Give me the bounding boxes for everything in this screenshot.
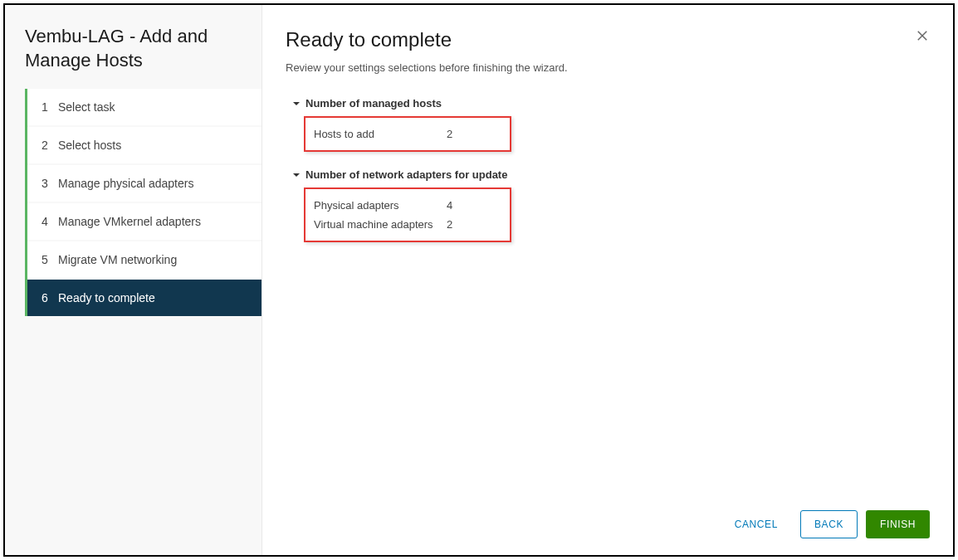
wizard-sidebar: Vembu-LAG - Add and Manage Hosts 1 Selec… bbox=[5, 5, 262, 555]
section-managed-hosts: Number of managed hosts Hosts to add 2 bbox=[292, 97, 930, 152]
summary-label: Physical adapters bbox=[314, 199, 447, 212]
back-button[interactable]: BACK bbox=[800, 510, 858, 538]
summary-label: Virtual machine adapters bbox=[314, 218, 447, 231]
step-select-task[interactable]: 1 Select task bbox=[25, 89, 261, 125]
summary-label: Hosts to add bbox=[314, 128, 447, 140]
step-number: 5 bbox=[42, 253, 58, 266]
step-label: Manage VMkernel adapters bbox=[58, 215, 201, 228]
finish-button[interactable]: FINISH bbox=[866, 510, 930, 538]
wizard-steps: 1 Select task 2 Select hosts 3 Manage ph… bbox=[25, 89, 261, 316]
highlight-adapters: Physical adapters 4 Virtual machine adap… bbox=[304, 187, 511, 242]
wizard-dialog: Vembu-LAG - Add and Manage Hosts 1 Selec… bbox=[3, 3, 955, 557]
step-number: 4 bbox=[42, 215, 58, 228]
summary-value: 2 bbox=[447, 128, 452, 140]
step-number: 2 bbox=[42, 139, 58, 152]
highlight-hosts: Hosts to add 2 bbox=[304, 116, 511, 152]
section-header[interactable]: Number of network adapters for update bbox=[292, 168, 930, 181]
step-label: Ready to complete bbox=[58, 291, 155, 304]
step-select-hosts[interactable]: 2 Select hosts bbox=[25, 127, 261, 163]
wizard-footer: CANCEL BACK FINISH bbox=[286, 497, 930, 538]
summary-row: Virtual machine adapters 2 bbox=[314, 215, 501, 234]
section-title: Number of managed hosts bbox=[305, 97, 442, 110]
section-header[interactable]: Number of managed hosts bbox=[292, 97, 930, 110]
step-label: Migrate VM networking bbox=[58, 253, 177, 266]
step-label: Select hosts bbox=[58, 139, 121, 152]
close-icon bbox=[915, 32, 930, 46]
page-subtitle: Review your settings selections before f… bbox=[286, 61, 930, 74]
summary-content: Number of managed hosts Hosts to add 2 N… bbox=[286, 97, 930, 497]
summary-row: Hosts to add 2 bbox=[314, 124, 501, 144]
section-network-adapters: Number of network adapters for update Ph… bbox=[292, 168, 930, 242]
step-migrate-vm-networking[interactable]: 5 Migrate VM networking bbox=[25, 241, 261, 278]
chevron-down-icon bbox=[292, 100, 301, 108]
step-label: Select task bbox=[58, 100, 115, 114]
summary-value: 4 bbox=[447, 199, 452, 212]
step-number: 1 bbox=[42, 100, 58, 114]
section-title: Number of network adapters for update bbox=[305, 168, 507, 181]
wizard-title: Vembu-LAG - Add and Manage Hosts bbox=[5, 25, 261, 89]
summary-value: 2 bbox=[447, 218, 452, 231]
step-number: 3 bbox=[42, 177, 58, 190]
close-button[interactable] bbox=[915, 28, 930, 46]
chevron-down-icon bbox=[292, 171, 301, 179]
summary-row: Physical adapters 4 bbox=[314, 196, 501, 215]
step-ready-to-complete[interactable]: 6 Ready to complete bbox=[25, 280, 261, 316]
cancel-button[interactable]: CANCEL bbox=[721, 510, 792, 538]
step-manage-physical-adapters[interactable]: 3 Manage physical adapters bbox=[25, 165, 261, 202]
step-manage-vmkernel-adapters[interactable]: 4 Manage VMkernel adapters bbox=[25, 203, 261, 240]
step-label: Manage physical adapters bbox=[58, 177, 193, 190]
page-title: Ready to complete bbox=[286, 28, 930, 51]
wizard-main: Ready to complete Review your settings s… bbox=[262, 5, 953, 555]
step-number: 6 bbox=[42, 291, 58, 304]
